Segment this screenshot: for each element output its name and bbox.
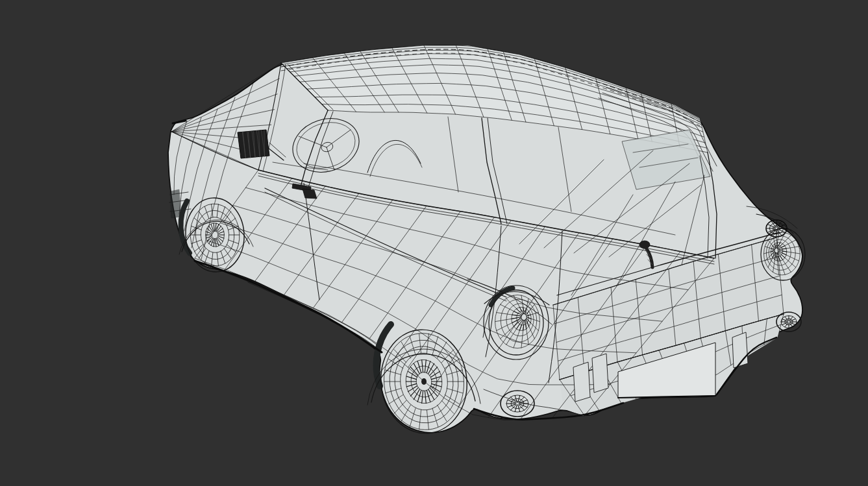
viewport-canvas — [0, 0, 868, 486]
3d-viewport[interactable] — [0, 0, 868, 486]
